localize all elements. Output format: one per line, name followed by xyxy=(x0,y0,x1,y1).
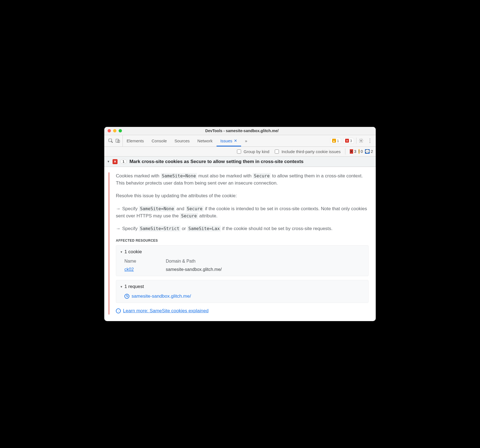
code: Secure xyxy=(180,213,198,219)
count-value: 3 xyxy=(354,149,356,154)
issue-description-1: Cookies marked with SameSite=None must a… xyxy=(116,172,369,187)
text: Specify xyxy=(122,206,139,211)
info-count-pair[interactable]: !0 xyxy=(359,149,363,154)
divider xyxy=(345,148,345,154)
group-by-kind-checkbox[interactable]: Group by kind xyxy=(236,149,269,154)
cookie-section-toggle[interactable]: ▼ 1 cookie xyxy=(120,248,364,255)
text: or xyxy=(180,226,187,231)
code: Secure xyxy=(253,173,271,179)
code: SameSite=None xyxy=(139,206,175,212)
code: SameSite=Strict xyxy=(139,226,180,231)
issue-description-2: Resolve this issue by updating the attri… xyxy=(116,192,369,199)
issue-bullet-1: →Specify SameSite=None and Secure if the… xyxy=(116,205,369,220)
text: if the cookie should not be set by cross… xyxy=(221,226,332,231)
code: SameSite=None xyxy=(161,173,197,179)
chat-count-pair[interactable]: 💬2 xyxy=(365,149,373,154)
main-toolbar: Elements Console Sources Network Issues … xyxy=(104,135,376,147)
device-toolbar-icon[interactable] xyxy=(115,138,120,143)
count-value: 2 xyxy=(371,149,373,154)
filter-bar: Group by kind Include third-party cookie… xyxy=(104,147,376,157)
learn-more-row[interactable]: → Learn more: SameSite cookies explained xyxy=(116,307,369,314)
open-external-icon: → xyxy=(116,308,121,313)
collapse-icon: ▼ xyxy=(120,250,123,254)
warning-badge[interactable]: ▲ 1 xyxy=(330,138,341,144)
cookie-domain: samesite-sandbox.glitch.me/ xyxy=(166,266,222,273)
issue-counts: ✕3 !0 💬2 xyxy=(350,149,373,154)
code: SameSite=Lax xyxy=(187,226,221,231)
section-title: 1 request xyxy=(124,283,144,290)
gear-icon[interactable] xyxy=(359,138,364,143)
tab-label: Sources xyxy=(175,138,190,143)
error-count-pair[interactable]: ✕3 xyxy=(350,149,356,154)
divider xyxy=(356,138,356,144)
warning-count: 1 xyxy=(337,139,339,143)
learn-more-link[interactable]: Learn more: SameSite cookies explained xyxy=(123,307,209,314)
chat-icon: 💬 xyxy=(365,149,370,154)
arrow-icon: → xyxy=(116,205,121,212)
panel-tabs: Elements Console Sources Network Issues … xyxy=(123,135,251,146)
window-title: DevTools - samesite-sandbox.glitch.me/ xyxy=(111,129,372,133)
close-icon[interactable] xyxy=(108,129,111,132)
text: Specify xyxy=(122,226,139,231)
tab-issues[interactable]: Issues ✕ xyxy=(217,135,241,146)
checkbox-label: Include third-party cookie issues xyxy=(281,149,340,154)
error-count: 3 xyxy=(350,139,352,143)
text: must also be marked with xyxy=(197,173,253,178)
error-icon: ✕ xyxy=(345,139,349,143)
col-domain-header: Domain & Path xyxy=(166,258,196,265)
devtools-window: DevTools - samesite-sandbox.glitch.me/ E… xyxy=(104,127,376,321)
info-icon: ! xyxy=(359,149,360,154)
close-tab-icon[interactable]: ✕ xyxy=(234,138,237,143)
network-icon: ⇅ xyxy=(124,294,129,299)
checkbox[interactable] xyxy=(237,150,241,154)
more-tabs-icon[interactable]: » xyxy=(241,135,251,146)
text: attribute. xyxy=(198,213,218,218)
tab-label: Elements xyxy=(127,138,144,143)
code: Secure xyxy=(186,206,204,212)
tab-label: Issues xyxy=(220,138,232,143)
text: and xyxy=(175,206,186,211)
arrow-icon: → xyxy=(116,225,121,232)
text: Cookies marked with xyxy=(116,173,161,178)
cookie-name-link[interactable]: ck02 xyxy=(124,266,149,273)
collapse-icon[interactable]: ▼ xyxy=(107,160,110,163)
svg-rect-1 xyxy=(116,139,118,142)
issue-title: Mark cross-site cookies as Secure to all… xyxy=(129,159,303,164)
affected-resources-label: Affected Resources xyxy=(116,238,369,243)
error-icon: ✕ xyxy=(113,159,118,164)
kebab-menu-icon[interactable]: ⋮ xyxy=(366,138,374,144)
section-title: 1 cookie xyxy=(124,248,142,255)
checkbox[interactable] xyxy=(275,150,279,154)
request-section-toggle[interactable]: ▼ 1 request xyxy=(120,283,364,290)
error-icon: ✕ xyxy=(350,149,353,154)
tab-console[interactable]: Console xyxy=(148,135,171,146)
tab-network[interactable]: Network xyxy=(194,135,217,146)
checkbox-label: Group by kind xyxy=(244,149,269,154)
tab-label: Console xyxy=(152,138,167,143)
request-url-link[interactable]: samesite-sandbox.glitch.me/ xyxy=(132,293,191,300)
select-element-icon[interactable] xyxy=(108,138,113,143)
issue-body: Cookies marked with SameSite=None must a… xyxy=(104,167,376,321)
tab-elements[interactable]: Elements xyxy=(123,135,148,146)
warning-icon: ▲ xyxy=(332,139,336,143)
cookie-resource-box: ▼ 1 cookie Name Domain & Path ck02 sames… xyxy=(116,245,369,276)
request-resource-box: ▼ 1 request ⇅ samesite-sandbox.glitch.me… xyxy=(116,280,369,303)
svg-point-3 xyxy=(361,140,362,142)
issue-header[interactable]: ▼ ✕ 1 Mark cross-site cookies as Secure … xyxy=(104,157,376,167)
tab-sources[interactable]: Sources xyxy=(171,135,194,146)
tab-label: Network xyxy=(198,138,213,143)
col-name-header: Name xyxy=(124,258,149,265)
collapse-icon: ▼ xyxy=(120,285,123,289)
third-party-checkbox[interactable]: Include third-party cookie issues xyxy=(274,149,340,154)
error-badge[interactable]: ✕ 3 xyxy=(343,138,354,144)
issue-bullet-2: →Specify SameSite=Strict or SameSite=Lax… xyxy=(116,225,369,232)
severity-bar xyxy=(109,172,109,315)
title-bar: DevTools - samesite-sandbox.glitch.me/ xyxy=(104,127,376,135)
count-value: 0 xyxy=(361,149,363,154)
issue-count: 1 xyxy=(120,159,127,164)
